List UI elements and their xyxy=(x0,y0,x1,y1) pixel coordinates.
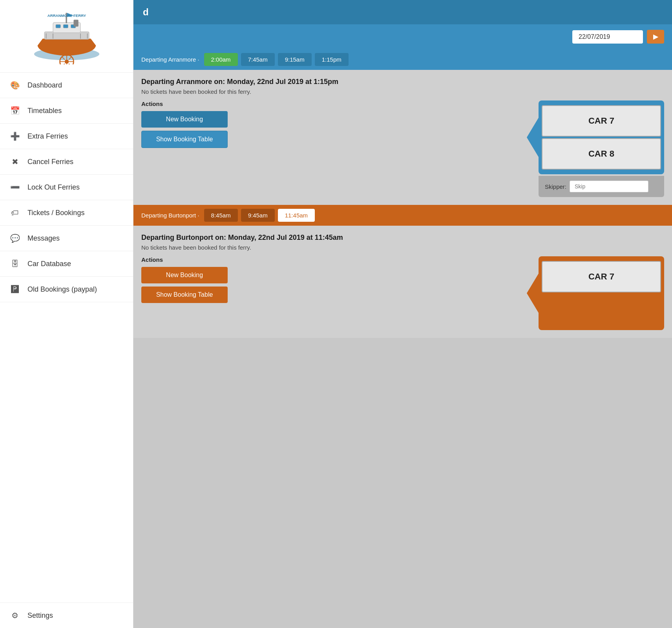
departing-burtonport-label: Departing Burtonport · xyxy=(141,212,199,219)
sidebar-item-label: Cancel Ferries xyxy=(27,158,73,166)
show-booking-table-button-1[interactable]: Show Booking Table xyxy=(141,131,228,148)
extra-ferries-icon: ➕ xyxy=(9,131,20,142)
skipper-label-1: Skipper: xyxy=(545,183,566,190)
ferry-section-burtonport: Departing Burtonport on: Monday, 22nd Ju… xyxy=(133,226,672,338)
sidebar-item-label: Messages xyxy=(27,234,60,243)
sidebar-item-dashboard[interactable]: 🎨 Dashboard xyxy=(0,73,133,98)
dep-tab-745am[interactable]: 7:45am xyxy=(241,53,275,66)
car-slot-8-blue: CAR 8 xyxy=(542,138,661,170)
ferry-content-row-2: Actions New Booking Show Booking Table C… xyxy=(141,256,664,330)
sidebar-item-timetables[interactable]: 📅 Timetables xyxy=(0,98,133,124)
car-slot-7-blue: CAR 7 xyxy=(542,105,661,137)
departing-arranmore-tabs-bar: Departing Arranmore · 2:00am 7:45am 9:15… xyxy=(133,49,672,70)
car-db-icon: 🗄 xyxy=(9,258,20,269)
dashboard-icon: 🎨 xyxy=(9,80,20,91)
sidebar-item-lockout-ferries[interactable]: ➖ Lock Out Ferries xyxy=(0,175,133,200)
ferry-section-arranmore-header: Departing Arranmore on: Monday, 22nd Jul… xyxy=(141,78,664,86)
sidebar-item-label: Dashboard xyxy=(27,81,62,89)
ferry-shape-orange: CAR 7 xyxy=(539,256,664,330)
svg-rect-4 xyxy=(63,25,68,28)
departing-arranmore-label: Departing Arranmore · xyxy=(141,56,199,63)
sidebar-nav: 🎨 Dashboard 📅 Timetables ➕ Extra Ferries… xyxy=(0,73,133,602)
sidebar-item-label: Extra Ferries xyxy=(27,132,68,141)
sidebar-item-cancel-ferries[interactable]: ✖ Cancel Ferries xyxy=(0,149,133,175)
skipper-row-1: Skipper: xyxy=(539,176,664,197)
paypal-icon: 🅿 xyxy=(9,284,20,295)
ferry-content-row-1: Actions New Booking Show Booking Table C… xyxy=(141,100,664,197)
ferry-diagram-2: CAR 7 xyxy=(539,256,664,330)
page-title: d xyxy=(143,7,149,18)
sidebar-item-label: Timetables xyxy=(27,107,62,115)
ferry-section-arranmore-subtext: No tickets have been booked for this fer… xyxy=(141,88,664,95)
svg-line-22 xyxy=(62,64,64,64)
sidebar-footer-settings[interactable]: ⚙ Settings xyxy=(0,602,133,628)
ferry-shape-blue: CAR 7 CAR 8 xyxy=(539,100,664,174)
messages-icon: 💬 xyxy=(9,233,20,244)
timetables-icon: 📅 xyxy=(9,105,20,116)
car-slot-7-orange: CAR 7 xyxy=(542,261,661,292)
sidebar-item-label: Tickets / Bookings xyxy=(27,209,84,217)
new-booking-button-1[interactable]: New Booking xyxy=(141,111,228,128)
sidebar-item-tickets-bookings[interactable]: 🏷 Tickets / Bookings xyxy=(0,200,133,226)
ferry-diagram-1: CAR 7 CAR 8 Skipper: xyxy=(539,100,664,197)
departing-burtonport-tabs-bar: Departing Burtonport · 8:45am 9:45am 11:… xyxy=(133,205,672,226)
dep-tab-200am[interactable]: 2:00am xyxy=(204,53,238,66)
svg-text:ARRANMORE FERRY: ARRANMORE FERRY xyxy=(47,13,86,18)
main-content: d ▶ Departing Arranmore · 2:00am 7:45am … xyxy=(133,0,672,628)
lockout-ferries-icon: ➖ xyxy=(9,182,20,193)
sidebar-item-extra-ferries[interactable]: ➕ Extra Ferries xyxy=(0,124,133,149)
sidebar-item-label: Old Bookings (paypal) xyxy=(27,285,97,294)
svg-rect-8 xyxy=(73,20,78,27)
sidebar: ARRANMORE FERRY 🎨 Dashboard 📅 Timetables… xyxy=(0,0,133,628)
top-header: d xyxy=(133,0,672,24)
ferry-logo-svg: ARRANMORE FERRY xyxy=(24,9,110,64)
ferry-section-arranmore: Departing Arranmore on: Monday, 22nd Jul… xyxy=(133,70,672,205)
sidebar-item-old-bookings[interactable]: 🅿 Old Bookings (paypal) xyxy=(0,277,133,302)
date-input[interactable] xyxy=(572,30,643,44)
svg-rect-3 xyxy=(56,25,60,28)
actions-buttons-2: New Booking Show Booking Table xyxy=(141,267,228,303)
ferry-actions-1: Actions New Booking Show Booking Table xyxy=(141,100,228,148)
dep-tab-945am[interactable]: 9:45am xyxy=(241,209,275,222)
new-booking-button-2[interactable]: New Booking xyxy=(141,267,228,283)
dep-tab-915am[interactable]: 9:15am xyxy=(278,53,312,66)
show-booking-table-button-2[interactable]: Show Booking Table xyxy=(141,287,228,303)
ferry-section-burtonport-subtext: No tickets have been booked for this fer… xyxy=(141,244,664,251)
svg-point-14 xyxy=(64,60,69,64)
dep-tab-115pm[interactable]: 1:15pm xyxy=(315,53,349,66)
tickets-icon: 🏷 xyxy=(9,207,20,218)
sidebar-item-label: Car Database xyxy=(27,260,71,268)
actions-label-2: Actions xyxy=(141,256,228,263)
date-bar: ▶ xyxy=(133,24,672,49)
sidebar-item-label: Lock Out Ferries xyxy=(27,183,80,192)
actions-label-1: Actions xyxy=(141,100,228,107)
settings-icon: ⚙ xyxy=(9,610,20,621)
ferry-section-burtonport-header: Departing Burtonport on: Monday, 22nd Ju… xyxy=(141,234,664,242)
sidebar-item-messages[interactable]: 💬 Messages xyxy=(0,226,133,251)
sidebar-item-car-database[interactable]: 🗄 Car Database xyxy=(0,251,133,277)
actions-buttons-1: New Booking Show Booking Table xyxy=(141,111,228,148)
settings-label: Settings xyxy=(27,612,53,620)
ferry-actions-2: Actions New Booking Show Booking Table xyxy=(141,256,228,303)
sidebar-logo-area: ARRANMORE FERRY xyxy=(0,0,133,73)
skipper-input-1[interactable] xyxy=(570,181,648,192)
dep-tab-845am[interactable]: 8:45am xyxy=(204,209,238,222)
dep-tab-1145am[interactable]: 11:45am xyxy=(278,209,315,222)
svg-line-20 xyxy=(69,64,71,64)
date-submit-button[interactable]: ▶ xyxy=(647,30,664,44)
cancel-ferries-icon: ✖ xyxy=(9,156,20,167)
